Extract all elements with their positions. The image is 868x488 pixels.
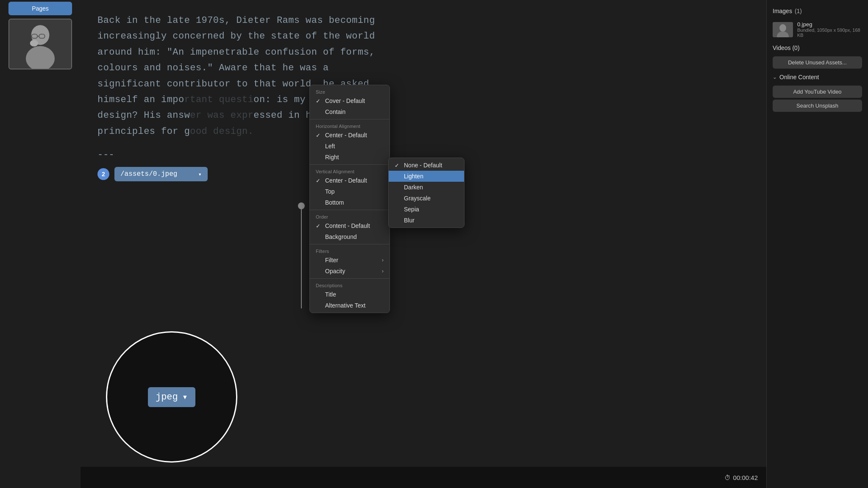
vert-top-label: Top (325, 188, 335, 195)
zoom-asset-label[interactable]: jpeg ▾ (148, 387, 195, 407)
descriptions-section-label: Descriptions (310, 280, 389, 289)
zoom-circle-inner: jpeg ▾ (148, 387, 195, 407)
filter-grayscale-label: Grayscale (404, 195, 431, 202)
filter-item[interactable]: Filter › (310, 255, 389, 266)
context-menu: Size ✓ Cover - Default Contain Horizonta… (309, 85, 390, 313)
image-info: 0.jpeg Bundled, 1050px x 590px, 168 KB (797, 21, 862, 38)
order-background-label: Background (325, 233, 357, 240)
filter-blur-item[interactable]: Blur (389, 215, 464, 226)
connector-line (301, 202, 302, 308)
horiz-center-label: Center - Default (325, 132, 367, 139)
clock-icon: ⏱ (724, 474, 731, 481)
asset-dropdown[interactable]: /assets/0.jpeg ▾ (114, 167, 208, 181)
filter-grayscale-item[interactable]: Grayscale (389, 193, 464, 204)
step-badge: 2 (97, 168, 109, 180)
online-content-section-title: ⌄ Online Content (767, 70, 868, 84)
images-section-title: Images (1) (767, 4, 868, 18)
order-content-item[interactable]: ✓ Content - Default (310, 220, 389, 231)
delete-unused-button[interactable]: Delete Unused Assets... (773, 56, 862, 69)
filter-darken-label: Darken (404, 184, 423, 191)
size-contain-label: Contain (325, 108, 345, 115)
svg-point-8 (779, 24, 786, 32)
svg-point-6 (30, 40, 38, 47)
vert-center-item[interactable]: ✓ Center - Default (310, 175, 389, 186)
videos-label: Videos (773, 44, 791, 51)
horiz-left-label: Left (325, 143, 335, 150)
zoom-chevron-icon: ▾ (182, 391, 188, 403)
vert-top-item[interactable]: Top (310, 186, 389, 197)
title-item[interactable]: Title (310, 289, 389, 300)
alt-text-label: Alternative Text (325, 302, 365, 309)
checkmark-icon: ✓ (316, 132, 323, 139)
image-metadata: Bundled, 1050px x 590px, 168 KB (797, 28, 862, 38)
chevron-down-icon: ⌄ (773, 74, 777, 80)
vert-bottom-item[interactable]: Bottom (310, 197, 389, 208)
filter-sepia-item[interactable]: Sepia (389, 204, 464, 215)
image-list-item[interactable]: 0.jpeg Bundled, 1050px x 590px, 168 KB (767, 18, 868, 41)
image-thumbnail-small (773, 22, 793, 37)
alt-text-item[interactable]: Alternative Text (310, 300, 389, 311)
vert-center-label: Center - Default (325, 177, 367, 184)
filter-submenu: ✓ None - Default Lighten Darken Grayscal… (388, 158, 465, 228)
checkmark-icon: ✓ (316, 177, 323, 184)
zoom-label-text: jpeg (156, 392, 178, 402)
size-cover-item[interactable]: ✓ Cover - Default (310, 95, 389, 106)
filter-blur-label: Blur (404, 217, 415, 224)
filter-sepia-label: Sepia (404, 206, 419, 213)
checkmark-icon: ✓ (316, 98, 323, 104)
order-section-label: Order (310, 212, 389, 220)
size-cover-label: Cover - Default (325, 97, 365, 104)
main-editor: Back in the late 1970s, Dieter Rams was … (81, 0, 766, 488)
filter-label: Filter (325, 257, 338, 263)
timecode-display: ⏱ 00:00:42 (724, 474, 758, 481)
vert-align-section-label: Vertical Alignment (310, 166, 389, 175)
filter-darken-item[interactable]: Darken (389, 182, 464, 193)
filter-lighten-item[interactable]: Lighten (389, 171, 464, 182)
filter-none-item[interactable]: ✓ None - Default (389, 160, 464, 171)
order-background-item[interactable]: Background (310, 231, 389, 242)
opacity-label: Opacity (325, 268, 345, 274)
page-thumbnail[interactable] (8, 19, 72, 69)
dropdown-arrow-icon: ▾ (198, 171, 202, 178)
videos-count: (0) (792, 44, 799, 51)
horiz-center-item[interactable]: ✓ Center - Default (310, 130, 389, 141)
opacity-item[interactable]: Opacity › (310, 266, 389, 277)
submenu-arrow-icon: › (382, 268, 384, 274)
vert-bottom-label: Bottom (325, 199, 344, 206)
filter-none-label: None - Default (404, 162, 442, 169)
horiz-right-label: Right (325, 154, 339, 161)
asset-path-label: /assets/0.jpeg (120, 170, 177, 178)
size-contain-item[interactable]: Contain (310, 106, 389, 117)
order-content-label: Content - Default (325, 222, 370, 229)
filter-lighten-label: Lighten (404, 173, 423, 180)
timecode-value: 00:00:42 (733, 474, 758, 481)
checkmark-icon: ✓ (395, 162, 401, 169)
filters-section-label: Filters (310, 246, 389, 255)
horiz-right-item[interactable]: Right (310, 152, 389, 163)
image-filename: 0.jpeg (797, 21, 862, 28)
horiz-left-item[interactable]: Left (310, 141, 389, 152)
search-unsplash-button[interactable]: Search Unsplash (773, 100, 862, 112)
checkmark-icon: ✓ (316, 223, 323, 229)
add-youtube-button[interactable]: Add YouTube Video (773, 86, 862, 98)
videos-section-title: Videos (0) (767, 41, 868, 55)
zoom-circle: jpeg ▾ (106, 331, 237, 463)
submenu-arrow-icon: › (382, 257, 384, 263)
images-label: Images (773, 8, 792, 14)
timeline-bar: ⏱ 00:00:42 (81, 467, 766, 488)
images-count: (1) (795, 8, 802, 14)
size-section-label: Size (310, 87, 389, 95)
horiz-align-section-label: Horizontal Alignment (310, 121, 389, 130)
left-sidebar: Pages (0, 0, 81, 488)
article-body: Back in the late 1970s, Dieter Rams was … (97, 13, 749, 139)
online-content-label: Online Content (779, 74, 819, 80)
pages-tab[interactable]: Pages (8, 2, 72, 15)
right-panel: Images (1) 0.jpeg Bundled, 1050px x 590p… (766, 0, 868, 488)
title-label: Title (325, 291, 336, 298)
